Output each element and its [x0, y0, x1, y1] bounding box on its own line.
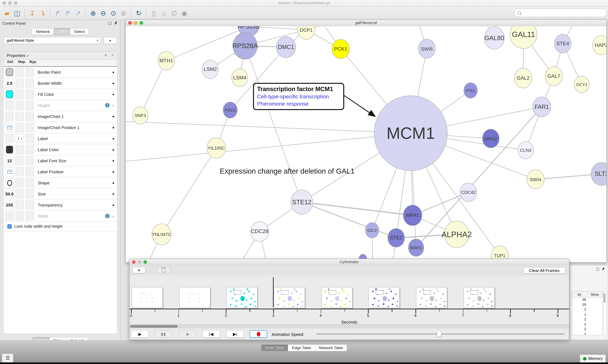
default-value-cell[interactable]: 255 [5, 200, 14, 209]
mapping-cell[interactable]: ⋮› [15, 134, 24, 143]
graph-node-SNF3[interactable]: SNF3 [132, 106, 148, 124]
stop-button[interactable]: ■ [179, 330, 196, 338]
clear-all-frames-button[interactable]: Clear All Frames [524, 267, 565, 273]
tab-style[interactable]: Style [54, 28, 70, 35]
graph-node-RPS28A[interactable]: RPS28A [233, 32, 257, 59]
table-row[interactable]: 2 [572, 322, 603, 327]
tab-node-table[interactable]: Node Table [261, 345, 288, 351]
expand-row-icon[interactable]: ◂ [112, 203, 114, 207]
birdseye-view-icon[interactable]: ⌂ [159, 8, 169, 18]
graph-node-MCM1[interactable]: MCM1 [374, 95, 447, 171]
expand-row-icon[interactable]: ◂ [112, 92, 114, 96]
tab-select[interactable]: Select [70, 28, 88, 35]
delete-frame-button[interactable] [157, 267, 170, 273]
annotation-link[interactable]: Pheromone response [257, 101, 340, 107]
style-options-button[interactable]: ▾ [104, 37, 117, 44]
mapping-cell[interactable] [15, 79, 24, 88]
hide-details-icon[interactable]: ∅ [169, 8, 179, 18]
graph-node-CLN3[interactable]: CLN3 [518, 141, 534, 159]
graph-node-FAR1[interactable]: FAR1 [533, 97, 551, 117]
default-value-cell[interactable] [5, 112, 14, 121]
slider-thumb[interactable] [437, 330, 442, 337]
zoom-in-icon[interactable]: ⊕ [88, 8, 98, 18]
graph-node-SWI4[interactable]: SWI4 [527, 169, 544, 189]
graph-node-PIS1[interactable]: PIS1 [464, 83, 478, 98]
mapping-cell[interactable] [15, 156, 24, 165]
frame-thumbnail-1[interactable] [132, 287, 163, 308]
frame-thumbnail-5[interactable] [321, 287, 352, 308]
bypass-cell[interactable] [26, 189, 34, 198]
expand-row-icon[interactable]: ◂ [112, 147, 114, 152]
show-details-icon[interactable]: ◉ [179, 8, 189, 18]
expand-row-icon[interactable]: ◂ [112, 81, 114, 85]
property-row[interactable]: Border Paint◂ [3, 67, 117, 78]
graph-node-BAR1[interactable]: BAR1 [408, 239, 424, 257]
timeline-scrollbar[interactable] [129, 324, 569, 328]
property-row[interactable]: 2.0Border Width◂ [3, 78, 117, 89]
expand-row-icon[interactable]: ◂ [112, 114, 114, 118]
frame-thumbnail-7[interactable] [416, 287, 447, 308]
properties-header[interactable]: Properties▾ » » [3, 52, 117, 60]
default-value-cell[interactable] [5, 178, 14, 187]
property-row[interactable]: 50.0Size◂ [3, 188, 117, 200]
expand-row-icon[interactable]: ◂ [112, 181, 114, 185]
graph-node-YIL105C[interactable]: YIL105C [207, 138, 226, 158]
graph-node-GAL7[interactable]: GAL7 [545, 66, 563, 86]
timeline-playhead[interactable] [273, 277, 274, 307]
graph-node-PCK1[interactable]: PCK1 [332, 39, 350, 59]
expand-row-icon[interactable]: ◂ [112, 192, 114, 196]
default-value-cell[interactable] [5, 68, 14, 77]
property-row[interactable]: 255Transparency◂ [3, 200, 117, 211]
bypass-cell[interactable] [26, 68, 34, 77]
table-row[interactable]: 2 [572, 332, 603, 335]
frame-thumbnail-8[interactable] [463, 287, 495, 308]
expand-row-icon[interactable]: ◂ [112, 103, 114, 107]
frame-thumbnail-6[interactable] [369, 287, 400, 308]
default-value-cell[interactable]: 12 [5, 156, 14, 165]
search-input[interactable] [521, 10, 606, 15]
export-table-icon[interactable]: ↱ [63, 8, 73, 18]
graph-node-CDC28[interactable]: CDC28 [250, 221, 269, 242]
bypass-cell[interactable] [26, 90, 34, 99]
record-button[interactable] [249, 330, 267, 338]
expand-row-icon[interactable]: ◂ [112, 136, 114, 141]
network-window-titlebar[interactable]: galFiltered.sif [126, 20, 607, 26]
export-network-icon[interactable]: ↱ [53, 8, 63, 18]
info-icon[interactable]: i [105, 214, 110, 218]
mapping-cell[interactable] [15, 90, 24, 99]
table-column-header[interactable]: ity [572, 292, 587, 297]
default-value-cell[interactable] [5, 167, 14, 176]
open-session-icon[interactable]: ▰ [2, 8, 12, 18]
table-row[interactable]: 2 [572, 317, 603, 322]
graph-node-GAL80[interactable]: GAL80 [484, 26, 504, 49]
bypass-cell[interactable] [26, 123, 34, 132]
default-value-cell[interactable] [5, 90, 14, 99]
graph-node-LSM2[interactable]: LSM2 [202, 60, 219, 79]
table-row[interactable]: 1 [572, 312, 603, 317]
property-row[interactable]: Image/Chart Position 1◂ [3, 122, 117, 133]
frame-thumbnail-2[interactable] [179, 287, 210, 308]
expand-row-icon[interactable]: ◂ [112, 214, 114, 218]
play-button[interactable]: ▶ [131, 330, 149, 338]
bypass-cell[interactable] [26, 112, 34, 121]
property-row[interactable]: Label Color◂ [3, 144, 117, 155]
bypass-cell[interactable] [26, 134, 34, 143]
graph-node-STE12[interactable]: STE12 [291, 190, 313, 214]
table-row[interactable]: 2 [572, 327, 603, 332]
table-row[interactable]: 2 [572, 307, 603, 312]
graph-node-LSM4[interactable]: LSM4 [232, 69, 248, 87]
graph-node-CDC42[interactable]: CDC42 [460, 183, 477, 202]
tab-edge-table[interactable]: Edge Table [288, 345, 315, 351]
mapping-cell[interactable] [15, 123, 24, 132]
graph-node-GCY1[interactable]: GCY1 [574, 76, 589, 93]
pause-button[interactable]: ▮▮ [154, 330, 172, 338]
graph-node-ALPHA2[interactable]: ALPHA2 [444, 221, 469, 248]
mapping-cell[interactable] [15, 145, 24, 154]
scrollbar-thumb[interactable] [130, 325, 178, 328]
memory-button[interactable]: Memory [580, 354, 606, 363]
float-panel-icon[interactable]: ▢ [596, 267, 599, 271]
cyanimator-titlebar[interactable]: CyAnimator [129, 259, 569, 266]
zoom-fit-icon[interactable]: ⊙ [108, 8, 118, 18]
bypass-cell[interactable] [26, 156, 34, 165]
default-value-cell[interactable] [5, 145, 14, 154]
